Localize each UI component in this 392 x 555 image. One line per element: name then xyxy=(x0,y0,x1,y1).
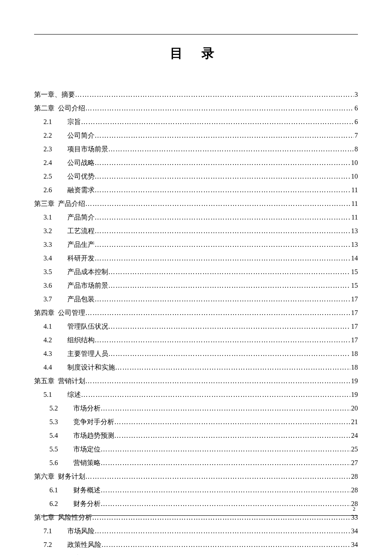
toc-label: 公司简介 xyxy=(67,129,95,142)
toc-page: 10 xyxy=(350,170,358,183)
toc-leader-dots xyxy=(95,183,351,197)
toc-label: 财务计划 xyxy=(58,470,85,483)
toc-row: 3.4科研开发14 xyxy=(34,251,358,265)
toc-row: 2.2公司简介7 xyxy=(34,129,358,142)
toc-page: 6 xyxy=(354,115,358,129)
toc-number: 4.3 xyxy=(43,347,67,361)
toc-number: 第六章 xyxy=(34,470,58,483)
toc-label: 产品介绍 xyxy=(58,197,85,211)
toc-row: 7.3技术风险34 xyxy=(34,552,358,555)
toc-leader-dots xyxy=(95,238,350,251)
toc-page: 13 xyxy=(350,224,358,238)
toc-number: 4.1 xyxy=(43,320,67,333)
toc-row: 第五章营销计划19 xyxy=(34,374,358,388)
toc-page: 14 xyxy=(350,251,358,265)
toc-page: 17 xyxy=(350,292,358,306)
toc-row: 第六章财务计划28 xyxy=(34,470,358,483)
toc-row: 第四章公司管理17 xyxy=(34,306,358,320)
toc-number: 3.7 xyxy=(43,292,67,306)
toc-page: 28 xyxy=(350,483,358,497)
toc-row: 3.1产品简介11 xyxy=(34,211,358,224)
toc-number: 5.4 xyxy=(49,429,73,442)
toc-page: 3 xyxy=(354,88,358,101)
toc-leader-dots xyxy=(95,129,354,142)
toc-number: 3.5 xyxy=(43,265,67,279)
toc-number: 2.2 xyxy=(43,129,67,142)
toc-label: 市场定位 xyxy=(73,442,101,456)
toc-number: 第三章 xyxy=(34,197,58,211)
toc-label: 摘要 xyxy=(61,88,75,101)
toc-page: 33 xyxy=(350,511,358,524)
toc-leader-dots xyxy=(101,497,350,511)
toc-number: 6.1 xyxy=(49,483,73,497)
toc-label: 产品简介 xyxy=(67,211,95,224)
toc-number: 2.3 xyxy=(43,142,67,156)
toc-row: 4.2组织结构17 xyxy=(34,333,358,347)
toc-leader-dots xyxy=(108,142,354,156)
toc-leader-dots xyxy=(95,211,351,224)
toc-page: 25 xyxy=(350,442,358,456)
toc-row: 2.1宗旨6 xyxy=(34,115,358,129)
page-number: 2 xyxy=(353,506,355,512)
toc-leader-dots xyxy=(108,265,350,279)
toc-label: 项目市场前景 xyxy=(67,142,108,156)
toc-page: 19 xyxy=(350,374,358,388)
toc-row: 5.5市场定位25 xyxy=(34,442,358,456)
toc-page: 8 xyxy=(354,142,358,156)
toc-page: 15 xyxy=(350,279,358,292)
toc-number: 2.4 xyxy=(43,156,67,170)
toc-row: 第七章风险性分析33 xyxy=(34,511,358,524)
toc-number: 5.1 xyxy=(43,388,67,402)
toc-label: 财务概述 xyxy=(73,483,101,497)
toc-row: 第二章公司介绍6 xyxy=(34,101,358,115)
toc-leader-dots xyxy=(115,361,350,374)
toc-label: 产品包装 xyxy=(67,292,95,306)
toc-leader-dots xyxy=(85,306,350,320)
toc-row: 4.3主要管理人员18 xyxy=(34,347,358,361)
toc-leader-dots xyxy=(95,170,350,183)
toc-label: 技术风险 xyxy=(67,552,95,555)
toc-row: 5.4市场趋势预测24 xyxy=(34,429,358,442)
toc-leader-dots xyxy=(114,429,350,442)
toc-leader-dots xyxy=(95,224,350,238)
toc-row: 2.5公司优势10 xyxy=(34,170,358,183)
table-of-contents: 第一章、摘要3第二章公司介绍62.1宗旨62.2公司简介72.3项目市场前景82… xyxy=(34,88,358,555)
toc-label: 公司战略 xyxy=(67,156,95,170)
toc-row: 3.5产品成本控制15 xyxy=(34,265,358,279)
toc-page: 21 xyxy=(350,415,358,429)
toc-number: 7.3 xyxy=(43,552,67,555)
toc-page: 11 xyxy=(351,183,358,197)
toc-number: 2.5 xyxy=(43,170,67,183)
toc-page: 11 xyxy=(351,197,358,211)
toc-label: 工艺流程 xyxy=(67,224,95,238)
toc-row: 5.1综述19 xyxy=(34,388,358,402)
toc-number: 第四章 xyxy=(34,306,58,320)
toc-row: 2.4公司战略10 xyxy=(34,156,358,170)
toc-label: 营销策略 xyxy=(73,456,101,470)
toc-page: 17 xyxy=(350,306,358,320)
toc-row: 5.2市场分析20 xyxy=(34,402,358,415)
toc-label: 市场风险 xyxy=(67,524,95,538)
toc-label: 综述 xyxy=(67,388,81,402)
toc-page: 10 xyxy=(350,156,358,170)
toc-leader-dots xyxy=(114,415,350,429)
toc-number: 4.2 xyxy=(43,333,67,347)
toc-label: 制度设计和实施 xyxy=(67,361,115,374)
toc-page: 11 xyxy=(351,211,358,224)
toc-label: 公司管理 xyxy=(58,306,85,320)
toc-number: 3.4 xyxy=(43,251,67,265)
toc-label: 产品成本控制 xyxy=(67,265,108,279)
toc-page: 34 xyxy=(350,524,358,538)
toc-leader-dots xyxy=(101,456,350,470)
toc-leader-dots xyxy=(75,88,354,101)
toc-label: 政策性风险 xyxy=(67,538,101,552)
toc-leader-dots xyxy=(101,538,350,552)
toc-number: 3.3 xyxy=(43,238,67,251)
toc-page: 15 xyxy=(350,265,358,279)
toc-page: 7 xyxy=(354,129,358,142)
toc-row: 3.6产品市场前景15 xyxy=(34,279,358,292)
toc-label: 科研开发 xyxy=(67,251,95,265)
toc-page: 17 xyxy=(350,333,358,347)
toc-page: 13 xyxy=(350,238,358,251)
toc-row: 7.2政策性风险34 xyxy=(34,538,358,552)
